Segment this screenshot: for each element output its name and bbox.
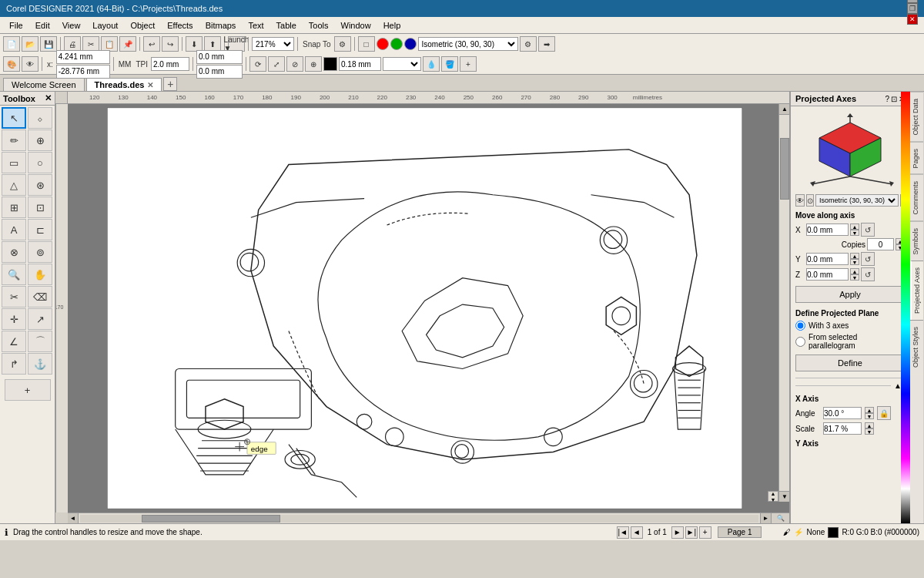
pos-y-input[interactable] <box>196 65 243 79</box>
panel-float-icon[interactable]: ⊡ <box>891 95 897 103</box>
arc-btn[interactable]: ⌒ <box>28 331 52 352</box>
y-axis-input[interactable] <box>806 253 849 265</box>
vtab-comments[interactable]: Comments <box>910 174 923 221</box>
transform-btn4[interactable]: ⊕ <box>305 56 322 72</box>
open-button[interactable]: 📂 <box>22 36 38 52</box>
stroke-end-select[interactable] <box>383 57 421 71</box>
callout2-btn[interactable]: ↱ <box>2 353 26 375</box>
x-input[interactable] <box>56 50 110 64</box>
add-tool-btn[interactable]: + <box>5 379 51 401</box>
undo-button[interactable]: ↩ <box>143 36 160 52</box>
tab-close-icon[interactable]: ✕ <box>147 81 153 89</box>
menu-edit[interactable]: Edit <box>29 19 56 32</box>
snap-settings[interactable]: ⚙ <box>334 36 351 52</box>
view-btn4[interactable] <box>404 38 417 50</box>
preset-eye-btn[interactable]: 👁 <box>795 194 805 207</box>
z-axis-down[interactable]: ▼ <box>850 274 859 281</box>
angle-btn[interactable]: ∠ <box>2 331 26 352</box>
z-axis-input[interactable] <box>806 268 849 281</box>
graph-tool-btn[interactable]: ⊡ <box>28 197 52 218</box>
redo-button[interactable]: ↪ <box>162 36 179 52</box>
panel-close-icon[interactable]: ✕ <box>899 95 905 103</box>
select-tool-btn[interactable]: ↖ <box>2 107 26 129</box>
callout-tool-btn[interactable]: ⊏ <box>28 219 52 240</box>
v-scroll-thumb[interactable] <box>780 138 789 200</box>
page-next-btn[interactable]: ► <box>671 526 684 539</box>
spiral-tool-btn[interactable]: ⊛ <box>28 174 52 196</box>
menu-tools[interactable]: Tools <box>303 19 335 32</box>
v-scrollbar[interactable]: ▲ ▼ <box>778 104 789 502</box>
eyedrop-btn[interactable]: 💧 <box>423 56 440 72</box>
vtab-pages[interactable]: Pages <box>910 142 923 175</box>
isometric-settings[interactable]: ⚙ <box>520 36 537 52</box>
zoom-fit-btn[interactable]: 🔍 <box>771 513 789 524</box>
menu-effects[interactable]: Effects <box>161 19 199 32</box>
isometric-select[interactable]: Isometric (30, 90, 30) <box>418 37 518 51</box>
collapse-btn[interactable]: ▲ <box>891 381 905 390</box>
vtab-symbols[interactable]: Symbols <box>910 221 923 261</box>
menu-file[interactable]: File <box>3 19 29 32</box>
x-angle-up[interactable]: ▲ <box>865 407 874 413</box>
zoom-tool-btn[interactable]: 🔍 <box>2 264 26 285</box>
zoom-select[interactable]: 217% <box>252 37 294 51</box>
view-btn2[interactable] <box>377 38 389 50</box>
ellipse-tool-btn[interactable]: ○ <box>28 152 52 173</box>
anchor-btn[interactable]: ⚓ <box>28 353 52 375</box>
h-scroll-thumb[interactable] <box>142 515 280 523</box>
obj-style-btn[interactable]: 🎨 <box>3 56 20 72</box>
menu-view[interactable]: View <box>56 19 87 32</box>
page-tab[interactable]: Page 1 <box>718 526 762 538</box>
close-button[interactable]: ✕ <box>907 14 918 25</box>
menu-help[interactable]: Help <box>377 19 407 32</box>
freehand-tool-btn[interactable]: ✏ <box>2 129 26 151</box>
y-input[interactable] <box>56 65 110 79</box>
transform-btn1[interactable]: ⟳ <box>249 56 266 72</box>
polygon-tool-btn[interactable]: △ <box>2 174 26 196</box>
save-button[interactable]: 💾 <box>40 36 57 52</box>
x-scale-input[interactable] <box>823 422 862 435</box>
canvas[interactable]: edge ⊕ ▲ <box>68 104 789 512</box>
panel-help-icon[interactable]: ? <box>885 95 889 103</box>
tab-welcome[interactable]: Welcome Screen <box>3 78 85 91</box>
copies-input[interactable] <box>867 238 894 250</box>
pointer2-btn[interactable]: ↗ <box>28 308 52 330</box>
knife-tool-btn[interactable]: ✂ <box>2 286 26 307</box>
preset-select[interactable]: Isometric (30, 90, 30) <box>815 194 899 207</box>
blend-tool-btn[interactable]: ⊗ <box>2 241 26 263</box>
paste-button[interactable]: 📌 <box>119 36 136 52</box>
radio-parallelogram[interactable] <box>795 337 805 347</box>
vtab-object-data[interactable]: Object Data <box>910 92 923 142</box>
smart-fill-btn[interactable]: ⊕ <box>28 129 52 151</box>
toolbox-close-icon[interactable]: ✕ <box>45 93 52 103</box>
scroll-down-btn[interactable]: ▼ <box>779 491 789 502</box>
pos-x-input[interactable] <box>196 50 243 64</box>
x-angle-input[interactable] <box>823 407 862 419</box>
angle-lock-btn[interactable]: 🔒 <box>877 406 891 420</box>
preset-obj-btn[interactable]: ⊙ <box>806 194 814 207</box>
tab-threads[interactable]: Threads.des ✕ <box>86 78 162 91</box>
menu-text[interactable]: Text <box>242 19 270 32</box>
x-scale-up[interactable]: ▲ <box>865 422 874 428</box>
x-axis-up[interactable]: ▲ <box>850 223 859 230</box>
menu-bitmaps[interactable]: Bitmaps <box>199 19 243 32</box>
x-axis-input[interactable] <box>806 223 849 236</box>
scroll-up-btn[interactable]: ▲ <box>779 104 789 115</box>
z-axis-reset[interactable]: ↺ <box>861 267 875 281</box>
crosshair-btn[interactable]: ✛ <box>2 308 26 330</box>
page-add-btn[interactable]: + <box>699 526 711 539</box>
y-axis-down[interactable]: ▼ <box>850 259 859 265</box>
eraser-tool-btn[interactable]: ⌫ <box>28 286 52 307</box>
rectangle-tool-btn[interactable]: ▭ <box>2 152 26 173</box>
transform-btn3[interactable]: ⊘ <box>286 56 303 72</box>
scroll-left-btn[interactable]: ◄ <box>68 513 79 524</box>
transform-btn2[interactable]: ⤢ <box>268 56 285 72</box>
arrow-btn[interactable]: ➡ <box>538 36 555 52</box>
menu-layout[interactable]: Layout <box>86 19 124 32</box>
z-axis-up[interactable]: ▲ <box>850 268 859 274</box>
pan-tool-btn[interactable]: ✋ <box>28 264 52 285</box>
page-last-btn[interactable]: ►| <box>685 526 698 539</box>
expand-btn[interactable]: ▲ ▼ <box>768 491 778 502</box>
define-button[interactable]: Define <box>795 355 905 371</box>
table-tool-btn[interactable]: ⊞ <box>2 197 26 218</box>
scroll-right-btn[interactable]: ► <box>760 513 771 524</box>
